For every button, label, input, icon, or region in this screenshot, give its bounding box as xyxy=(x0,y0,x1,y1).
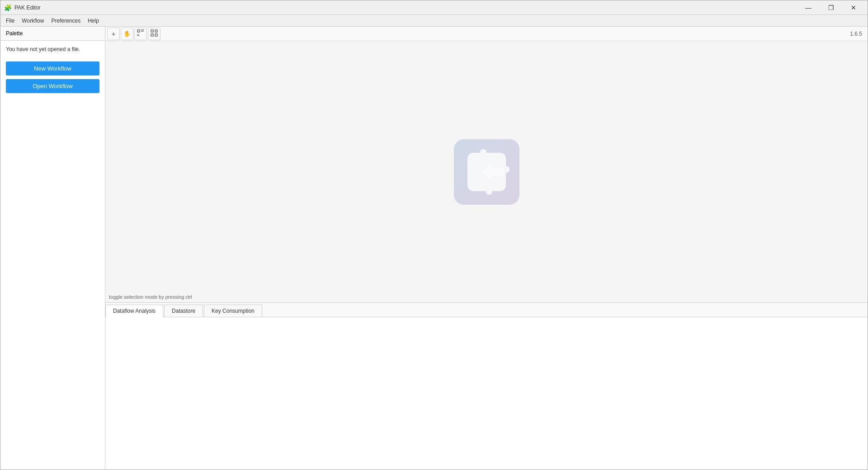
version-label: 1.6.5 xyxy=(850,31,866,37)
svg-rect-8 xyxy=(155,34,157,36)
title-bar: 🧩 PAK Editor — ❐ ✕ xyxy=(0,0,868,15)
maximize-button[interactable]: ❐ xyxy=(821,1,841,14)
canvas-status-text: toggle selection mode by pressing ctrl xyxy=(109,294,192,300)
tab-dataflow-analysis[interactable]: Dataflow Analysis xyxy=(105,305,163,317)
title-bar-left: 🧩 PAK Editor xyxy=(4,4,41,11)
menu-preferences[interactable]: Preferences xyxy=(47,17,84,25)
sidebar: Palette You have not yet opened a file. … xyxy=(0,27,105,470)
main-window: 🧩 PAK Editor — ❐ ✕ File Workflow Prefere… xyxy=(0,0,868,470)
palette-tab-label: Palette xyxy=(0,27,105,41)
right-panel: + ✋ xyxy=(105,27,868,470)
title-bar-text: PAK Editor xyxy=(14,5,41,11)
bottom-panel: Dataflow Analysis Datastore Key Consumpt… xyxy=(105,302,868,470)
app-logo-image xyxy=(454,139,519,205)
svg-rect-7 xyxy=(151,34,153,36)
svg-rect-5 xyxy=(151,30,153,32)
title-bar-controls: — ❐ ✕ xyxy=(798,1,864,14)
new-workflow-button[interactable]: New Workflow xyxy=(6,61,99,75)
main-content: Palette You have not yet opened a file. … xyxy=(0,27,868,470)
svg-rect-6 xyxy=(155,30,157,32)
tab-content xyxy=(105,317,868,470)
menu-workflow[interactable]: Workflow xyxy=(18,17,47,25)
toolbar: + ✋ xyxy=(105,27,868,41)
tab-datastore[interactable]: Datastore xyxy=(164,305,203,317)
minimize-button[interactable]: — xyxy=(798,1,819,14)
select-tool-button[interactable] xyxy=(134,28,147,40)
menu-file[interactable]: File xyxy=(2,17,18,25)
app-icon: 🧩 xyxy=(4,4,12,11)
close-button[interactable]: ✕ xyxy=(843,1,864,14)
tab-key-consumption[interactable]: Key Consumption xyxy=(204,305,262,317)
grid-tool-button[interactable] xyxy=(148,28,160,40)
menu-bar: File Workflow Preferences Help xyxy=(0,15,868,27)
menu-help[interactable]: Help xyxy=(84,17,103,25)
open-workflow-button[interactable]: Open Workflow xyxy=(6,79,99,93)
select-icon xyxy=(137,29,144,38)
svg-rect-0 xyxy=(137,30,140,32)
grid-icon xyxy=(151,29,158,38)
hand-tool-button[interactable]: ✋ xyxy=(121,28,133,40)
hand-icon: ✋ xyxy=(123,30,131,37)
canvas-area[interactable]: toggle selection mode by pressing ctrl xyxy=(105,41,868,302)
add-button[interactable]: + xyxy=(107,28,120,40)
tabs-bar: Dataflow Analysis Datastore Key Consumpt… xyxy=(105,303,868,317)
no-file-message: You have not yet opened a file. xyxy=(0,41,105,58)
